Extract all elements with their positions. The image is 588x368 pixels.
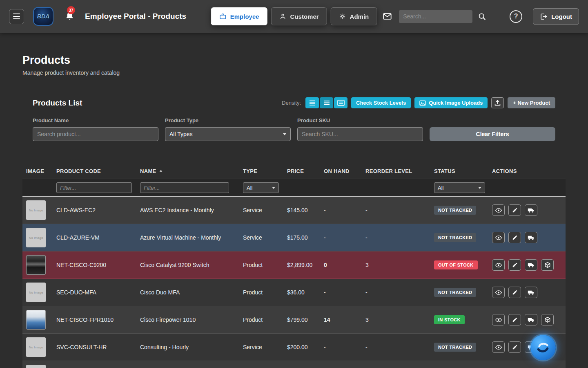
briefcase-icon: [219, 13, 227, 20]
column-header-reorder-level[interactable]: REORDER LEVEL: [365, 168, 434, 174]
toolbar-actions: Density:: [282, 97, 555, 108]
reorder-level-value: -: [365, 207, 434, 213]
code-filter-input[interactable]: [56, 182, 132, 193]
eye-icon: [495, 263, 502, 268]
column-header-name[interactable]: NAME: [140, 168, 243, 174]
package-button[interactable]: [541, 259, 554, 271]
status-badge: NOT TRACKED: [434, 288, 476, 297]
product-name: Azure Virtual Machine - Monthly: [140, 234, 243, 241]
view-button[interactable]: [492, 287, 505, 298]
brand-logo[interactable]: BDA: [33, 7, 53, 26]
status-filter-select[interactable]: All: [434, 182, 485, 193]
reorder-level-value: -: [365, 289, 434, 296]
product-code: SVC-CONSULT-HR: [56, 344, 140, 350]
table-row[interactable]: NET-CISCO-FPR1010 Cisco Firepower 1010 P…: [22, 306, 566, 334]
product-price: $2,899.00: [287, 262, 324, 268]
view-button[interactable]: [492, 259, 505, 271]
search-icon[interactable]: [478, 13, 486, 20]
table-header-row: IMAGE PRODUCT CODE NAME TYPE PRICE ON HA…: [22, 163, 566, 179]
on-hand-value: 0: [324, 262, 365, 268]
edit-button[interactable]: [508, 259, 521, 271]
brand-logo-text: BDA: [37, 13, 49, 20]
table-row[interactable]: No Image SEC-DUO-MFA Cisco Duo MFA Produ…: [22, 279, 566, 306]
column-header-type[interactable]: TYPE: [243, 168, 287, 174]
density-expanded-button[interactable]: [334, 97, 347, 108]
view-button[interactable]: [492, 341, 505, 353]
column-header-image[interactable]: IMAGE: [26, 168, 56, 174]
shipping-button[interactable]: [525, 287, 537, 298]
product-type: Product: [243, 262, 287, 268]
logout-label: Logout: [551, 13, 572, 20]
shipping-button[interactable]: [525, 259, 537, 271]
floating-action-button[interactable]: [530, 335, 556, 360]
table-row-partial: [22, 361, 566, 368]
product-sku-input[interactable]: [297, 127, 423, 141]
package-button[interactable]: [541, 314, 554, 325]
reorder-level-value: 3: [365, 262, 434, 268]
product-type-select[interactable]: All Types: [165, 127, 291, 141]
edit-button[interactable]: [508, 287, 521, 298]
edit-button[interactable]: [508, 232, 521, 243]
product-type: Product: [243, 289, 287, 296]
pencil-icon: [512, 262, 518, 268]
product-image: [26, 310, 46, 330]
new-product-button[interactable]: + New Product: [508, 97, 555, 108]
products-table: IMAGE PRODUCT CODE NAME TYPE PRICE ON HA…: [22, 163, 566, 368]
edit-button[interactable]: [508, 341, 521, 353]
column-header-on-hand[interactable]: ON HAND: [324, 168, 365, 174]
column-header-product-code[interactable]: PRODUCT CODE: [56, 168, 140, 174]
column-header-price[interactable]: PRICE: [287, 168, 324, 174]
shipping-button[interactable]: [525, 314, 537, 325]
table-row[interactable]: No Image CLD-AWS-EC2 AWS EC2 Instance - …: [22, 197, 566, 224]
density-compact-button[interactable]: [305, 97, 319, 108]
density-label: Density:: [282, 100, 301, 106]
notification-badge: 37: [67, 6, 75, 14]
truck-icon: [528, 207, 535, 213]
quick-image-uploads-button[interactable]: Quick Image Uploads: [414, 97, 488, 108]
column-header-status[interactable]: STATUS: [434, 168, 492, 174]
tab-label: Customer: [290, 13, 319, 20]
density-comfortable-button[interactable]: [320, 97, 333, 108]
pencil-icon: [512, 207, 518, 213]
logout-button[interactable]: Logout: [533, 8, 579, 25]
main-content: Products Manage product inventory and ca…: [0, 54, 588, 368]
page-title: Products: [22, 54, 566, 67]
product-type: Service: [243, 207, 287, 213]
pencil-icon: [512, 317, 518, 323]
mail-icon[interactable]: [382, 12, 392, 21]
status-badge: NOT TRACKED: [434, 206, 476, 215]
tab-customer[interactable]: Customer: [271, 7, 327, 25]
notifications-button[interactable]: 37: [65, 11, 74, 21]
search-input[interactable]: [399, 10, 472, 23]
tab-admin[interactable]: Admin: [331, 7, 377, 25]
sort-asc-icon: [159, 170, 163, 172]
help-icon[interactable]: ?: [510, 10, 522, 23]
edit-button[interactable]: [508, 204, 521, 216]
type-filter-select[interactable]: All: [243, 182, 279, 193]
clear-filters-button[interactable]: Clear Filters: [430, 127, 555, 141]
product-name-input[interactable]: [33, 127, 158, 141]
table-row[interactable]: NET-CISCO-C9200 Cisco Catalyst 9200 Swit…: [22, 251, 566, 279]
view-button[interactable]: [492, 232, 505, 243]
upload-button[interactable]: [491, 97, 504, 108]
hamburger-menu-button[interactable]: [9, 9, 24, 24]
edit-button[interactable]: [508, 314, 521, 325]
table-row[interactable]: No Image SVC-CONSULT-HR Consulting - Hou…: [22, 334, 566, 361]
pencil-icon: [512, 344, 518, 350]
density-expanded-icon: [337, 100, 345, 106]
name-filter-input[interactable]: [140, 182, 229, 193]
shipping-button[interactable]: [525, 232, 537, 243]
product-sku-label: Product SKU: [297, 117, 423, 123]
shipping-button[interactable]: [525, 204, 537, 216]
check-stock-levels-button[interactable]: Check Stock Levels: [351, 97, 411, 108]
tab-employee[interactable]: Employee: [211, 7, 267, 25]
table-row[interactable]: No Image CLD-AZURE-VM Azure Virtual Mach…: [22, 224, 566, 251]
product-code: CLD-AWS-EC2: [56, 207, 140, 213]
package-icon: [545, 262, 550, 268]
view-button[interactable]: [492, 204, 505, 216]
view-button[interactable]: [492, 314, 505, 325]
chevron-down-icon: [478, 187, 481, 189]
reorder-level-value: 3: [365, 316, 434, 323]
list-title: Products List: [33, 99, 82, 108]
truck-icon: [528, 289, 535, 295]
